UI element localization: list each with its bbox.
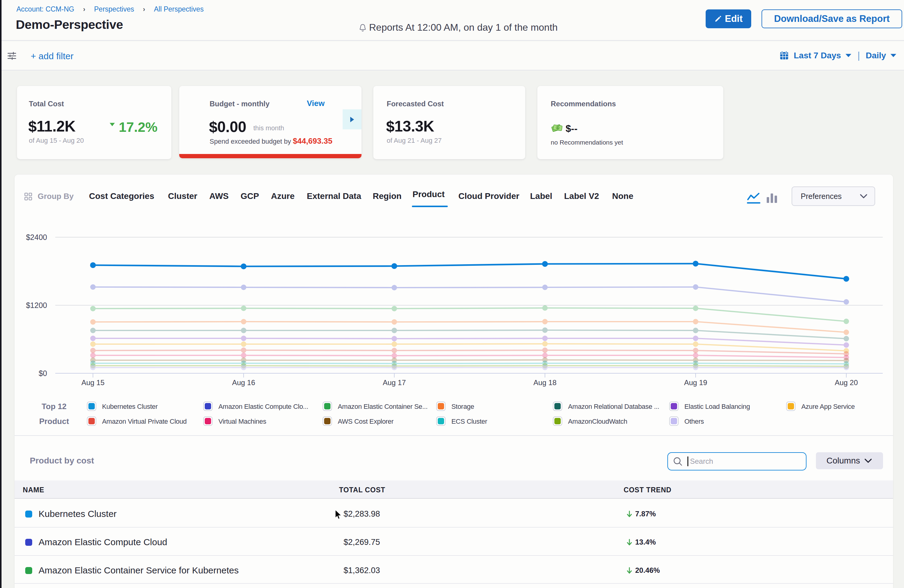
svg-text:$2400: $2400 <box>26 233 47 242</box>
svg-text:Aug 16: Aug 16 <box>232 378 255 387</box>
svg-text:Aug 17: Aug 17 <box>383 378 406 387</box>
svg-text:Aug 19: Aug 19 <box>684 378 707 387</box>
svg-text:$0: $0 <box>39 369 47 378</box>
svg-text:Aug 20: Aug 20 <box>835 378 858 387</box>
svg-text:Aug 15: Aug 15 <box>81 378 104 387</box>
svg-text:Aug 18: Aug 18 <box>533 378 556 387</box>
svg-text:$1200: $1200 <box>26 301 47 310</box>
